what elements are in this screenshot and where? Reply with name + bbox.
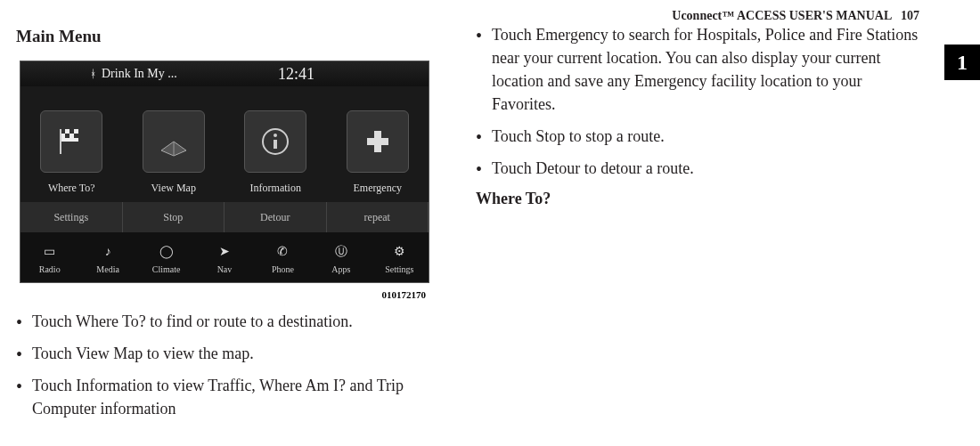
header: Uconnect™ ACCESS USER'S MANUAL 107 bbox=[16, 9, 964, 23]
page-number: 107 bbox=[901, 9, 919, 22]
gear-icon: ⚙ bbox=[388, 241, 410, 263]
secondary-row: Settings Stop Detour repeat bbox=[20, 202, 429, 232]
left-bullets: Touch Where To? to find or route to a de… bbox=[16, 310, 453, 420]
bot-label: Apps bbox=[331, 264, 350, 274]
svg-rect-4 bbox=[74, 134, 78, 138]
bot-label: Phone bbox=[272, 264, 294, 274]
nav-screenshot: ᚼ Drink In My ... 12:41 Where To? View M… bbox=[20, 61, 429, 283]
main-menu-title: Main Menu bbox=[16, 27, 453, 46]
bot-media[interactable]: ♪Media bbox=[78, 232, 136, 282]
climate-icon: ◯ bbox=[156, 241, 177, 263]
radio-icon: ▭ bbox=[39, 241, 61, 263]
right-column: Touch Emergency to search for Hospitals,… bbox=[476, 23, 964, 429]
bot-label: Media bbox=[96, 264, 119, 274]
nav-icon: ➤ bbox=[214, 241, 235, 263]
bot-settings[interactable]: ⚙Settings bbox=[371, 232, 429, 282]
bluetooth-icon: ᚼ bbox=[90, 68, 96, 81]
left-column: Main Menu ᚼ Drink In My ... 12:41 Where … bbox=[16, 23, 453, 429]
info-icon bbox=[244, 110, 306, 173]
bot-nav[interactable]: ➤Nav bbox=[195, 232, 253, 282]
emergency-icon bbox=[347, 110, 409, 173]
btn-stop[interactable]: Stop bbox=[123, 202, 225, 232]
svg-point-9 bbox=[274, 134, 277, 137]
tile-label: Where To? bbox=[48, 182, 95, 195]
status-text: Drink In My ... bbox=[102, 67, 177, 81]
bullet-item: Touch Information to view Traffic, Where… bbox=[16, 374, 453, 420]
svg-rect-2 bbox=[69, 129, 74, 134]
btn-settings[interactable]: Settings bbox=[20, 202, 123, 232]
clock: 12:41 bbox=[278, 65, 314, 84]
tile-label: Emergency bbox=[354, 182, 402, 195]
bottom-row: ▭Radio ♪Media ◯Climate ➤Nav ✆Phone ⓊApps… bbox=[20, 232, 429, 282]
bullet-item: Touch Emergency to search for Hospitals,… bbox=[476, 23, 928, 116]
status-bar: ᚼ Drink In My ... 12:41 bbox=[20, 61, 429, 86]
svg-rect-10 bbox=[274, 140, 277, 149]
bot-label: Settings bbox=[385, 264, 413, 274]
bot-label: Nav bbox=[217, 264, 233, 274]
tile-information[interactable]: Information bbox=[225, 86, 327, 202]
right-bullets: Touch Emergency to search for Hospitals,… bbox=[476, 23, 928, 181]
image-id: 010172170 bbox=[20, 288, 429, 301]
svg-rect-12 bbox=[367, 138, 388, 145]
flag-icon bbox=[40, 110, 102, 173]
bullet-item: Touch Stop to stop a route. bbox=[476, 125, 928, 148]
map-icon bbox=[143, 110, 205, 173]
bot-apps[interactable]: ⓊApps bbox=[312, 232, 370, 282]
tile-emergency[interactable]: Emergency bbox=[327, 86, 429, 202]
tile-label: Information bbox=[250, 182, 301, 195]
media-icon: ♪ bbox=[97, 241, 118, 263]
where-to-heading: Where To? bbox=[476, 190, 928, 208]
phone-icon: ✆ bbox=[272, 241, 293, 263]
bullet-item: Touch Detour to detour a route. bbox=[476, 157, 928, 180]
bullet-item: Touch View Map to view the map. bbox=[16, 342, 453, 365]
btn-repeat[interactable]: repeat bbox=[327, 202, 429, 232]
tile-where-to[interactable]: Where To? bbox=[20, 86, 123, 202]
bot-radio[interactable]: ▭Radio bbox=[20, 232, 78, 282]
brand: Uconnect™ ACCESS USER'S MANUAL bbox=[672, 9, 891, 22]
bot-climate[interactable]: ◯Climate bbox=[137, 232, 195, 282]
tile-view-map[interactable]: View Map bbox=[123, 86, 225, 202]
bullet-item: Touch Where To? to find or route to a de… bbox=[16, 310, 453, 333]
bot-phone[interactable]: ✆Phone bbox=[254, 232, 312, 282]
bot-label: Climate bbox=[152, 264, 181, 274]
svg-rect-3 bbox=[65, 134, 69, 138]
apps-icon: Ⓤ bbox=[331, 241, 352, 263]
section-tab: 1 bbox=[944, 45, 980, 80]
bot-label: Radio bbox=[39, 264, 61, 274]
tile-label: View Map bbox=[151, 182, 196, 195]
btn-detour[interactable]: Detour bbox=[225, 202, 327, 232]
main-tile-row: Where To? View Map Information bbox=[20, 86, 429, 202]
